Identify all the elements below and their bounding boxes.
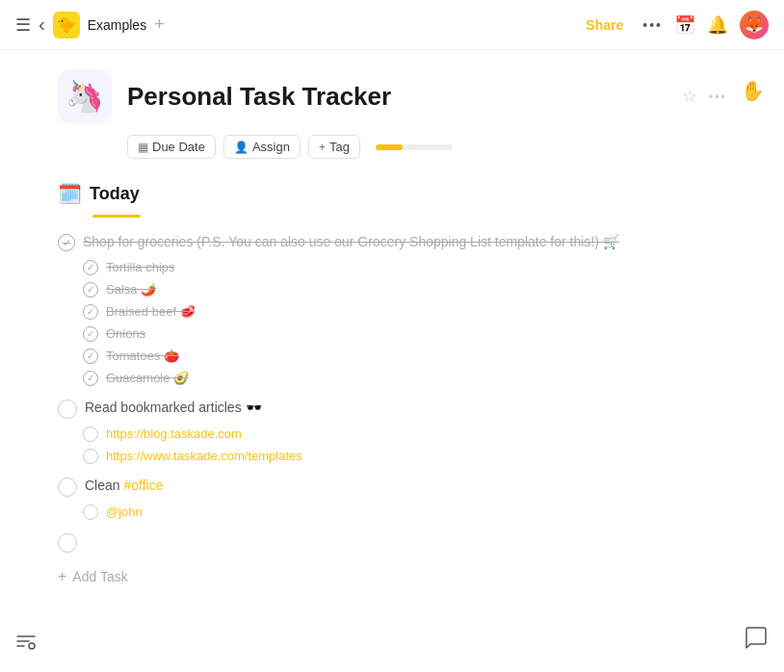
task-checkbox[interactable] xyxy=(58,533,77,553)
subtask-checkbox[interactable] xyxy=(83,449,98,464)
subtask-text: Tortilla chips xyxy=(106,260,175,274)
page-title: Personal Task Tracker xyxy=(127,82,682,112)
subtask-list: ✓ Tortilla chips ✓ Salsa 🌶️ ✓ Braised be… xyxy=(58,256,726,389)
task-text: Clean #office xyxy=(85,477,726,496)
filter-icon[interactable] xyxy=(15,631,37,657)
due-date-button[interactable]: ▦ Due Date xyxy=(127,135,216,159)
subtask-item: https://blog.taskade.com xyxy=(83,423,726,445)
nav-right: Share ••• 📅 🔔 🦊 xyxy=(578,11,769,39)
main-content: ✋ 🦄 Personal Task Tracker ☆ ••• ▦ Due Da… xyxy=(0,50,784,672)
task-checkbox[interactable] xyxy=(58,478,77,497)
link-item[interactable]: https://blog.taskade.com xyxy=(106,426,242,441)
task-item: Clean #office xyxy=(58,473,726,501)
svg-point-3 xyxy=(29,643,35,649)
subtask-checkbox[interactable]: ✓ xyxy=(83,282,98,297)
toolbar: ▦ Due Date 👤 Assign + Tag xyxy=(58,135,726,159)
subtask-item: https://www.taskade.com/templates xyxy=(83,445,726,467)
page-actions: ☆ ••• xyxy=(682,86,726,107)
add-task-plus-icon: + xyxy=(58,568,66,585)
progress-bar xyxy=(376,144,453,150)
add-task-row[interactable]: + Add Task xyxy=(58,560,726,593)
progress-track xyxy=(376,144,453,150)
tag-button[interactable]: + Tag xyxy=(308,135,360,159)
top-nav: ☰ ‹ 🐤 Examples + Share ••• 📅 🔔 🦊 xyxy=(0,0,784,50)
assign-button[interactable]: 👤 Assign xyxy=(223,135,301,159)
task-text: Read bookmarked articles 🕶️ xyxy=(85,399,726,418)
person-icon: 👤 xyxy=(234,141,248,154)
back-icon[interactable]: ‹ xyxy=(39,13,45,36)
section-underline xyxy=(92,215,141,218)
subtask-text: Onions xyxy=(106,326,145,341)
progress-fill xyxy=(376,144,403,150)
section-header: 🗓️ Today xyxy=(58,182,726,205)
mention-text: @john xyxy=(106,504,143,519)
add-workspace-icon[interactable]: + xyxy=(154,14,165,35)
task-item: Read bookmarked articles 🕶️ xyxy=(58,395,726,423)
task-item xyxy=(58,529,726,556)
subtask-text: Tomatoes 🍅 xyxy=(106,349,179,363)
subtask-checkbox[interactable]: ✓ xyxy=(83,326,98,342)
workspace-name: Examples xyxy=(88,17,146,33)
bell-icon[interactable]: 🔔 xyxy=(707,14,728,36)
workspace-icon[interactable]: 🐤 xyxy=(53,12,80,39)
subtask-checkbox[interactable]: ✓ xyxy=(83,304,98,320)
plus-tag-icon: + xyxy=(319,141,326,154)
section-emoji: 🗓️ xyxy=(58,182,82,205)
subtask-list: https://blog.taskade.com https://www.tas… xyxy=(58,423,726,467)
page-more-icon[interactable]: ••• xyxy=(709,90,726,104)
task-item: ✓ Shop for groceries (P.S. You can also … xyxy=(58,229,726,256)
subtask-item: ✓ Salsa 🌶️ xyxy=(83,278,726,300)
subtask-item: ✓ Braised beef 🥩 xyxy=(83,300,726,323)
subtask-checkbox[interactable]: ✓ xyxy=(83,260,98,275)
hashtag: #office xyxy=(123,478,163,493)
star-icon[interactable]: ☆ xyxy=(682,86,697,107)
subtask-checkbox[interactable]: ✓ xyxy=(83,349,98,364)
subtask-text: Salsa 🌶️ xyxy=(106,282,156,297)
avatar[interactable]: 🦊 xyxy=(740,11,769,39)
subtask-checkbox[interactable] xyxy=(83,426,98,442)
subtask-item: @john xyxy=(83,501,726,523)
subtask-item: ✓ Tomatoes 🍅 xyxy=(83,345,726,367)
page-icon: 🦄 xyxy=(58,69,112,123)
subtask-text: Braised beef 🥩 xyxy=(106,304,196,319)
calendar-icon[interactable]: 📅 xyxy=(674,14,695,36)
chat-icon[interactable] xyxy=(744,626,769,657)
task-text: Shop for groceries (P.S. You can also us… xyxy=(83,233,726,252)
subtask-item: ✓ Guacamole 🥑 xyxy=(83,367,726,389)
task-list: ✓ Shop for groceries (P.S. You can also … xyxy=(58,229,726,556)
add-task-label: Add Task xyxy=(72,569,127,584)
section-title: Today xyxy=(90,184,140,204)
subtask-text: Guacamole 🥑 xyxy=(106,371,189,385)
task-checkbox[interactable]: ✓ xyxy=(58,234,75,251)
subtask-item: ✓ Onions xyxy=(83,323,726,345)
task-checkbox[interactable] xyxy=(58,400,77,419)
nav-left: ☰ ‹ 🐤 Examples + xyxy=(15,12,165,39)
menu-icon[interactable]: ☰ xyxy=(15,14,31,36)
subtask-list: @john xyxy=(58,501,726,523)
share-button[interactable]: Share xyxy=(578,13,631,37)
calendar-small-icon: ▦ xyxy=(138,141,148,154)
link-item[interactable]: https://www.taskade.com/templates xyxy=(106,449,302,463)
subtask-item: ✓ Tortilla chips xyxy=(83,256,726,278)
more-options-icon[interactable]: ••• xyxy=(642,17,663,33)
subtask-checkbox[interactable] xyxy=(83,504,98,520)
subtask-checkbox[interactable]: ✓ xyxy=(83,371,98,386)
hand-cursor-icon: ✋ xyxy=(741,79,765,102)
page-header: 🦄 Personal Task Tracker ☆ ••• xyxy=(58,69,726,123)
